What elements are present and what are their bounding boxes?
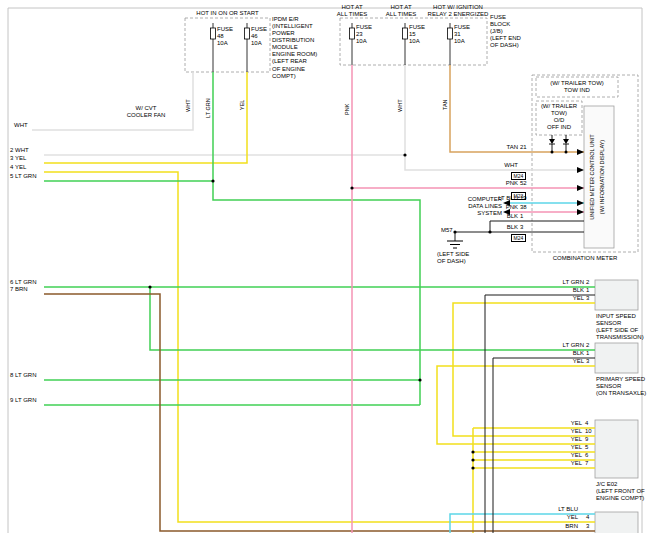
- combination-meter-caption: COMBINATION METER: [532, 255, 638, 262]
- fuse-15-label: FUSE 15 10A: [409, 24, 425, 45]
- meter-pin-number: 21: [520, 144, 532, 151]
- meter-pin-color: PNK: [478, 204, 518, 211]
- jc-pin-number: 9: [585, 436, 597, 443]
- meter-pin-color: BLK: [478, 213, 518, 220]
- meter-pin-number: 3: [520, 224, 532, 231]
- hot-label-fuse15: HOT AT ALL TIMES: [378, 4, 424, 18]
- hot-label-fuse31: HOT W/ IGNITION RELAY 2 ENERGIZED: [425, 4, 491, 18]
- jc-pin-number: 5: [585, 444, 597, 451]
- sensor-pin-number: 3: [586, 358, 596, 365]
- brn-wires: [44, 294, 595, 531]
- sensor-pin-number: 1: [586, 350, 596, 357]
- meter-pin-color: LT BLU: [478, 195, 518, 202]
- sensor-pin-number: 2: [586, 279, 596, 286]
- wht-wires: [32, 65, 584, 170]
- ground-code-label: M57: [441, 227, 453, 234]
- lt-blu-wires: [450, 203, 595, 533]
- bottom-pin-number: 3: [586, 523, 596, 530]
- sensor-pin-color: LT GRN: [540, 279, 584, 286]
- wiring-diagram-page: WHT LT GRN YEL PNK WHT TAN UNIFIED METER…: [0, 0, 650, 533]
- jc-pin-color: YEL: [546, 420, 582, 427]
- sensor-pin-color: LT GRN: [540, 342, 584, 349]
- wire-label: LT GRN: [205, 98, 211, 118]
- joint-connector-caption: J/C E02 (LEFT FRONT OF ENGINE COMPT): [596, 481, 645, 502]
- left-ref: 2 WHT: [10, 147, 29, 154]
- tow-ind-label: (W/ TRAILER TOW) TOW IND: [536, 80, 618, 94]
- sensor-pin-color: BLK: [540, 287, 584, 294]
- sensor-pin-color: YEL: [540, 358, 584, 365]
- connector-tag: M24: [511, 172, 526, 180]
- hot-label-ipdm: HOT IN ON OR START: [185, 10, 270, 17]
- primary-speed-sensor-box: [595, 343, 638, 373]
- fuse-46-label: FUSE 46 10A: [251, 26, 267, 47]
- arrow-into-unit: [577, 167, 584, 173]
- cvt-cooler-fan-label: W/ CVT COOLER FAN: [116, 105, 176, 119]
- dashed-boxes: [185, 18, 638, 252]
- sensor-pin-color: BLK: [540, 350, 584, 357]
- jc-pin-color: YEL: [546, 452, 582, 459]
- jc-pin-number: 7: [585, 460, 597, 467]
- sensor-pin-number: 3: [586, 295, 596, 302]
- wire-label: TAN: [442, 99, 448, 110]
- jc-pin-number: 10: [585, 428, 597, 435]
- left-ref: 3 YEL: [10, 155, 26, 162]
- left-ref: WHT: [14, 122, 28, 129]
- bottom-pin-number: 4: [586, 514, 596, 521]
- meter-pin-color: TAN: [478, 144, 518, 151]
- blk-wires: [455, 221, 595, 533]
- wire-label: WHT: [397, 99, 403, 112]
- fuse-23-label: FUSE 23 10A: [356, 24, 372, 45]
- fuse-48-label: FUSE 48 10A: [217, 26, 233, 47]
- sensor-pin-color: YEL: [540, 295, 584, 302]
- fuse-31-label: FUSE 31 10A: [454, 24, 470, 45]
- arrow-into-unit: [577, 200, 584, 206]
- bottom-pin-color: YEL: [534, 514, 578, 521]
- jc-pin-color: YEL: [546, 444, 582, 451]
- diode-indicators: [549, 135, 569, 152]
- left-ref: 5 LT GRN: [10, 173, 36, 180]
- wire-label: PNK: [344, 103, 350, 115]
- left-ref: 7 BRN: [10, 286, 28, 293]
- jc-pin-color: YEL: [546, 428, 582, 435]
- arrow-into-unit: [577, 209, 584, 215]
- bottom-component-box: [595, 512, 638, 533]
- meter-pin-number: 52: [520, 180, 532, 187]
- sensor-pin-number: 2: [586, 342, 596, 349]
- meter-pin-number: 1: [520, 213, 532, 220]
- arrow-into-unit: [577, 149, 584, 155]
- fuse-block-caption: FUSE BLOCK (J/B) (LEFT END OF DASH): [490, 14, 521, 49]
- meter-pin-color: PNK: [478, 180, 518, 187]
- input-speed-sensor-caption: INPUT SPEED SENSOR (LEFT SIDE OF TRANSMI…: [596, 313, 644, 341]
- meter-pin-color: WHT: [478, 162, 518, 169]
- left-ref: 9 LT GRN: [10, 397, 36, 404]
- vertical-wire-labels: WHT LT GRN YEL PNK WHT TAN: [185, 98, 448, 118]
- left-ref: 4 YEL: [10, 164, 26, 171]
- unit-label-line2: (W/ INFORMATION DISPLAY): [599, 140, 605, 215]
- jc-pin-number: 4: [585, 420, 597, 427]
- ipdm-caption: IPDM E/R (INTELLIGENT POWER DISTRIBUTION…: [272, 16, 317, 80]
- unit-label-line1: UNIFIED METER CONTROL UNIT: [589, 134, 595, 220]
- od-off-ind-label: (W/ TRAILER TOW) O/D OFF IND: [536, 103, 582, 131]
- yel-wires: [44, 72, 595, 533]
- connector-tag: M24: [511, 234, 526, 242]
- hot-label-fuse23: HOT AT ALL TIMES: [327, 4, 377, 18]
- arrow-into-unit: [577, 185, 584, 191]
- bottom-pin-color: LT BLU: [534, 506, 578, 513]
- joint-connector-box: [595, 420, 638, 478]
- primary-speed-sensor-caption: PRIMARY SPEED SENSOR (ON TRANSAXLE): [596, 376, 646, 397]
- jc-pin-number: 6: [585, 452, 597, 459]
- ground-symbol: [447, 241, 463, 248]
- wire-label: WHT: [185, 99, 191, 112]
- left-ref: 8 LT GRN: [10, 372, 36, 379]
- ground-location-label: (LEFT SIDE OF DASH): [437, 251, 469, 265]
- meter-pin-number: 38: [520, 204, 532, 211]
- wire-label: YEL: [239, 100, 245, 110]
- meter-pin-number: 19: [520, 195, 532, 202]
- input-speed-sensor-box: [595, 280, 638, 310]
- jc-pin-color: YEL: [546, 436, 582, 443]
- meter-pin-color: BLK: [478, 224, 518, 231]
- bottom-pin-color: BRN: [534, 523, 578, 530]
- sensor-pin-number: 1: [586, 287, 596, 294]
- jc-pin-color: YEL: [546, 460, 582, 467]
